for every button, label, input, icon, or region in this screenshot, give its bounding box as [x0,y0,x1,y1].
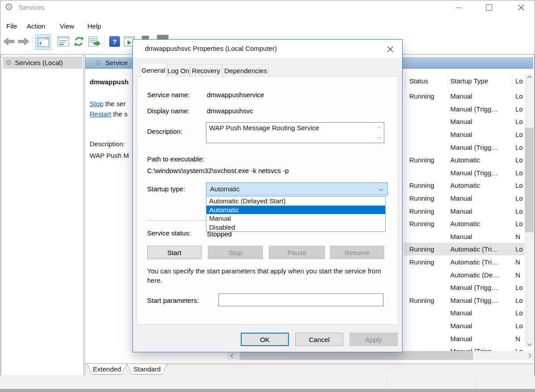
service-row[interactable]: Manual N [404,332,525,345]
service-row[interactable]: Running Manual Lo [404,90,525,103]
dialog-tab[interactable]: Log On [167,64,190,77]
refresh-button[interactable] [72,36,86,47]
dropdown-option[interactable]: Disabled [206,223,385,232]
dropdown-option[interactable]: Manual [206,214,385,223]
service-row[interactable]: Running Automatic Lo [404,179,525,192]
stop-button[interactable]: Stop [208,246,263,259]
services-list: Running Manual Lo Manual (Trigg… Lo Manu… [404,90,525,351]
service-row[interactable]: Manual Lo [404,306,525,319]
scroll-up-button[interactable] [525,74,534,82]
service-row[interactable]: Manual (Trigg… Lo [404,103,525,116]
tab-standard[interactable]: Standard [127,364,168,375]
properties-button[interactable] [56,36,70,47]
show-hide-console-tree-button[interactable] [35,34,51,50]
description-scroll-up-icon[interactable] [377,126,382,131]
dialog-tab[interactable]: Recovery [190,64,222,77]
toolbar-separator [104,36,104,47]
service-row[interactable]: Manual (Trigg… Lo [404,166,525,179]
service-row[interactable]: Running Automatic (Tri… N [404,256,525,268]
scroll-down-button[interactable] [525,340,534,347]
resume-button[interactable]: Resume [330,246,384,259]
service-row[interactable]: Running Manual Lo [404,192,525,205]
extended-description-label: Description: [90,140,125,148]
dialog-close-button[interactable] [383,43,397,55]
restart-service-link[interactable]: Restart [90,110,111,118]
tab-extended[interactable]: Extended [87,364,127,375]
service-row[interactable]: Manual Lo [404,115,525,128]
pause-button[interactable]: Pause [269,246,325,259]
forward-button[interactable] [17,37,30,46]
services-window: ⚙ Services File Action View Help [0,0,535,392]
service-row[interactable]: Running Automatic Lo [404,217,525,230]
tree-item-services-local[interactable]: ⚙ Services (Local) [3,57,82,69]
service-row[interactable]: Manual (Trigg… Lo [404,345,525,351]
column-separator [512,75,512,88]
dialog-close-icon [387,46,394,53]
vertical-scrollbar[interactable] [525,74,534,347]
dialog-tab[interactable]: General [140,63,167,77]
menu-view[interactable]: View [60,21,74,32]
menu-file[interactable]: File [6,21,17,32]
maximize-button[interactable] [482,1,496,14]
vertical-scrollbar-thumb[interactable] [525,128,534,232]
forward-icon [17,37,30,46]
toolbar-partial-icon [142,36,149,39]
refresh-icon [74,36,84,47]
extended-stop-line: Stop the ser [90,100,126,107]
minimize-button[interactable] [452,1,466,14]
horizontal-scrollbar-thumb[interactable] [240,351,473,360]
service-row[interactable]: Manual N [404,230,525,243]
start-parameters-input[interactable] [218,293,383,306]
ok-button[interactable]: OK [241,333,289,346]
chevron-left-icon [230,353,235,358]
toolbar-partial-icon [157,35,169,39]
service-row[interactable]: Manual Lo [404,128,525,141]
start-button[interactable]: Start [147,246,202,259]
close-button[interactable] [514,1,528,14]
service-row[interactable]: Running Automatic Lo [404,153,525,166]
startup-type-combobox[interactable]: Automatic [206,182,388,195]
footer-tab-strip: Extended Standard [85,364,533,375]
menu-action[interactable]: Action [27,21,45,32]
description-field[interactable]: WAP Push Message Routing Service [206,122,384,143]
description-scroll-down-icon[interactable] [377,135,382,140]
apply-button[interactable]: Apply [350,333,398,346]
services-app-icon: ⚙ [4,2,13,12]
back-button[interactable] [2,37,16,46]
scroll-right-button[interactable] [524,351,534,360]
dialog-title: dmwappushsvc Properties (Local Computer) [145,40,277,58]
dialog-tab[interactable]: Dependencies [222,64,269,77]
console-tree-pane: ⚙ Services (Local) [1,54,84,376]
chevron-down-icon [527,342,531,346]
display-name-label: Display name: [147,107,189,115]
service-row[interactable]: Manual (Trigg… Lo [404,281,525,294]
services-node-icon: ⚙ [5,59,12,66]
status-bar-separator [386,377,386,389]
column-header-status[interactable]: Status [409,77,428,85]
menu-help[interactable]: Help [87,21,101,32]
service-name-label: Service name: [147,91,190,99]
dialog-tab-strip: GeneralLog OnRecoveryDependencies [133,58,402,76]
horizontal-scrollbar[interactable] [228,351,534,360]
start-parameters-label: Start parameters: [147,297,199,304]
minimize-icon [456,8,462,8]
close-icon [518,4,525,11]
service-row[interactable]: Manual Lo [404,319,525,332]
export-list-button[interactable] [87,36,102,47]
dialog-title-bar[interactable]: dmwappushsvc Properties (Local Computer) [133,40,402,58]
dropdown-option[interactable]: Automatic [206,206,385,215]
service-name-value: dmwappushservice [207,91,264,99]
service-row[interactable]: Running Automatic (Tri… Lo [404,243,525,256]
description-label: Description: [147,128,182,135]
service-row[interactable]: Running Manual Lo [404,204,525,217]
help-button[interactable]: ? [108,36,121,47]
service-row[interactable]: Running Manual (Trigg… Lo [404,294,525,307]
scroll-left-button[interactable] [228,351,238,360]
column-header-log-on-as[interactable]: Lo [515,77,523,85]
stop-service-link[interactable]: Stop [90,100,103,107]
dropdown-option[interactable]: Automatic (Delayed Start) [206,197,385,206]
service-row[interactable]: Automatic (De… N [404,268,525,281]
service-row[interactable]: Manual (Trigg… Lo [404,140,525,153]
cancel-button[interactable]: Cancel [295,333,343,346]
column-header-startup-type[interactable]: Startup Type [450,77,488,85]
